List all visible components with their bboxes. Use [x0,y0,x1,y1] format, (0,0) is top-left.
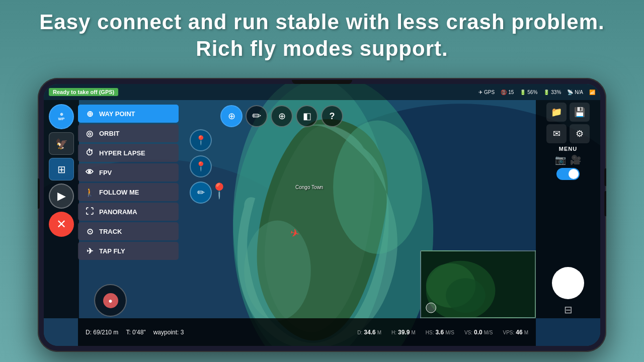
svg-point-5 [333,120,422,253]
hyperlapse-menu-icon: ⏱ [84,147,95,158]
menu-label: MENU [559,146,577,152]
time-stat: T: 0'48" [126,329,145,336]
hs-stat: HS: 3.6 M/S [426,329,454,336]
exposure-settings-button[interactable]: ⊟ [564,304,573,316]
tapfly-menu-item[interactable]: ✈ TAP FLY [78,242,179,260]
waypoint-menu-label: WAY POINT [99,110,135,118]
hs-label: HS: [426,330,434,335]
phone-mockup: Ready to take off (GPS) ✈ GPS 📵 15 🔋 56%… [38,78,606,352]
add-waypoint-button[interactable]: ⊕ [220,105,243,127]
thumbnail-image [421,251,535,317]
vps-stat: VPS: 46 M [503,329,529,336]
camera-toggle[interactable] [556,168,580,180]
panorama-menu-item[interactable]: ⛶ PANORAMA [78,203,179,221]
folder-icon: 📁 [551,107,562,118]
settings-panel-icon: ⊞ [57,163,66,175]
folder-button[interactable]: 📁 [546,103,567,122]
waypoint-menu-item[interactable]: ⊕ WAY POINT [78,105,179,123]
play-button[interactable]: ▶ [49,184,74,209]
map-top-buttons: ⊕ ✏ ⊕ ◧ ? [190,103,535,130]
settings-button[interactable]: ⚙ [570,124,590,143]
gps-label: GPS [484,89,495,95]
bottom-status-bar: D: 69/210 m T: 0'48" waypoint: 3 D: 34.6… [78,318,536,346]
hyperlapse-menu-item[interactable]: ⏱ HYPER LAPSE [78,144,179,162]
status-bar: Ready to take off (GPS) ✈ GPS 📵 15 🔋 56%… [44,84,600,100]
fly-modes-button[interactable]: 🦅 [49,132,74,155]
vs-value: 0.0 [474,329,482,336]
signal-off-icon: 📵 [501,89,507,95]
camera-icons: 📷 🎥 [555,154,581,165]
svg-point-12 [426,303,436,313]
crosshair-button[interactable]: ⊕ [271,105,293,127]
photo-icon[interactable]: 📷 [555,154,566,165]
sliders-icon: ⊟ [564,304,573,315]
settings-panel-button[interactable]: ⊞ [49,158,74,180]
orbit-menu-item[interactable]: ◎ ORBIT [78,124,179,142]
drone-location-button[interactable]: 📍 [190,155,212,177]
orbit-menu-icon: ◎ [84,128,95,139]
track-menu-item[interactable]: ⊙ TRACK [78,222,179,240]
gear-icon: ⚙ [576,128,584,139]
shutter-button[interactable] [552,267,584,299]
map-pin: 📍 [210,182,228,200]
map-location-label: Congo Town [295,185,323,190]
add-waypoint-icon: ⊕ [228,111,235,122]
phone-screen: Ready to take off (GPS) ✈ GPS 📵 15 🔋 56%… [44,84,600,346]
battery2-item: 🔋 33% [543,89,561,95]
wifi-icon: 📶 [589,89,595,95]
mail-button[interactable]: ✉ [546,124,567,143]
mail-icon: ✉ [553,128,560,139]
h-value: 39.9 [398,329,410,336]
wp-label: WP [58,117,65,121]
layers-button[interactable]: ◧ [296,105,318,127]
d-value: 34.6 [364,329,375,336]
signal-bars-item: 📵 15 [501,89,514,95]
track-menu-icon: ⊙ [84,226,95,237]
followme-menu-icon: 🚶 [84,187,95,198]
close-button[interactable]: ✕ [49,212,74,237]
play-icon: ▶ [57,190,66,203]
vps-value: 46 [516,329,522,336]
gps-status-badge: Ready to take off (GPS) [49,88,118,96]
fpv-menu-item[interactable]: 👁 FPV [78,163,179,182]
distance-stat: D: 69/210 m [86,329,118,336]
waypoint-mode-button[interactable]: ⊕ WP [49,104,74,129]
header-section: Easy connect and run stable with less cr… [0,0,644,69]
h-stat: H: 39.9 M [391,329,416,336]
help-icon: ? [330,111,335,122]
right-panel-top-buttons: 📁 💾 [538,103,598,122]
compass: ● [94,284,127,317]
waypoint-menu-icon: ⊕ [84,108,95,119]
d-label: D: [357,330,362,335]
toggle-knob [569,169,579,179]
vs-unit: M/S [484,330,493,335]
left-sidebar: ⊕ WP 🦅 ⊞ ▶ ✕ [44,100,79,318]
battery2-value: 33% [551,89,561,95]
camera-thumbnail [420,250,536,318]
vs-label: VS: [464,330,472,335]
edit-route-button[interactable]: ✏ [190,182,212,204]
vps-label: VPS: [503,330,515,335]
battery2-icon: 🔋 [543,89,549,95]
location-pin-icon: 📍 [195,135,206,146]
location-pin-button[interactable]: 📍 [190,129,212,151]
help-button[interactable]: ? [321,105,343,127]
hyperlapse-menu-label: HYPER LAPSE [99,149,145,157]
save-button[interactable]: 💾 [570,103,590,122]
antenna-icon: 📡 [567,89,573,95]
erase-button[interactable]: ✏ [246,105,268,127]
video-icon[interactable]: 🎥 [570,154,581,165]
power-button[interactable] [38,178,40,209]
volume-down-button[interactable] [604,191,606,216]
status-items: ✈ GPS 📵 15 🔋 56% 🔋 33% 📡 N/A [478,89,595,95]
battery1-value: 56% [527,89,537,95]
battery1-item: 🔋 56% [520,89,537,95]
followme-menu-item[interactable]: 🚶 FOLLOW ME [78,183,179,201]
svg-point-6 [244,221,311,321]
h-label: H: [391,330,396,335]
followme-menu-label: FOLLOW ME [99,189,139,196]
volume-up-button[interactable] [604,168,606,186]
tapfly-menu-icon: ✈ [84,245,95,256]
fly-modes-icon: 🦅 [55,138,68,150]
wifi-item: 📶 [589,89,595,95]
